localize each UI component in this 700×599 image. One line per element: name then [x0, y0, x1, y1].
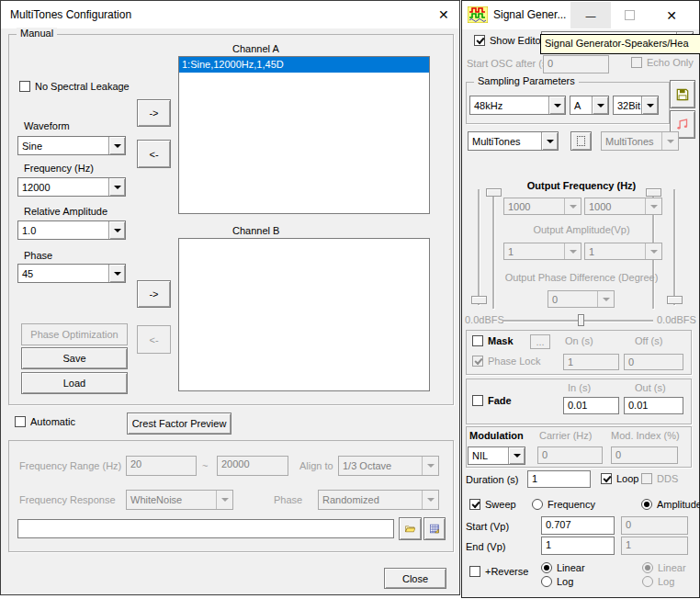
add-to-channel-b-button[interactable]: ->	[137, 280, 171, 308]
start-osc-field[interactable]: 0	[543, 55, 609, 73]
sweep-amplitude-radio[interactable]: Amplitude	[641, 499, 700, 510]
close-icon: ✕	[666, 8, 677, 23]
add-to-channel-a-button[interactable]: ->	[137, 99, 171, 127]
output-phase-difference-select[interactable]: 0	[548, 290, 615, 308]
fade-in-field[interactable]: 0.01	[563, 397, 619, 414]
mask-browse-button[interactable]: ...	[530, 334, 550, 349]
dropdown-arrow-icon[interactable]	[108, 265, 125, 282]
fade-out-field[interactable]: 0.01	[624, 397, 683, 414]
mod-index-field[interactable]: 0	[611, 446, 678, 464]
sweep-end-b-field[interactable]: 1	[621, 537, 688, 555]
log-a-radio[interactable]: Log	[541, 576, 573, 587]
dropdown-arrow-icon[interactable]	[508, 447, 525, 464]
wave-config-button[interactable]	[570, 131, 592, 151]
close-button[interactable]: Close	[384, 568, 446, 589]
channel-a-list[interactable]: 1:Sine,12000Hz,1,45D	[178, 56, 430, 214]
sweep-start-a-field[interactable]: 0.707	[541, 516, 615, 535]
output-amplitude-b-select[interactable]: 1	[584, 243, 662, 260]
tooltip: Signal Generator-Speakers/Hea	[540, 34, 700, 54]
save-button[interactable]: Save	[21, 347, 128, 369]
mask-checkbox[interactable]: Mask	[472, 335, 514, 346]
mask-off-field[interactable]: 0	[624, 354, 683, 370]
wave-type-b-select[interactable]: MultiTones	[601, 131, 679, 151]
slider-track[interactable]	[673, 189, 675, 305]
linear-a-radio[interactable]: Linear	[541, 562, 585, 573]
phase-lock-checkbox[interactable]: Phase Lock	[472, 356, 540, 367]
carrier-field[interactable]: 0	[537, 446, 603, 464]
waveform-select[interactable]: Sine	[17, 136, 126, 155]
echo-only-checkbox[interactable]: Echo Only	[631, 57, 694, 68]
auto-phase-select[interactable]: Randomized	[318, 490, 439, 510]
no-spectral-leakage-label: No Spectral Leakage	[35, 81, 130, 92]
no-spectral-leakage-checkbox[interactable]: No Spectral Leakage	[19, 81, 130, 92]
fade-checkbox[interactable]: Fade	[472, 395, 512, 406]
slider-thumb[interactable]	[471, 296, 487, 304]
automatic-checkbox[interactable]: Automatic	[15, 416, 75, 427]
loop-checkbox[interactable]: Loop	[601, 473, 638, 484]
load-button[interactable]: Load	[21, 372, 128, 394]
slider-thumb[interactable]	[646, 188, 661, 197]
mask-label: Mask	[488, 335, 514, 346]
maximize-button[interactable]	[611, 2, 648, 28]
dropdown-arrow-icon	[564, 243, 581, 259]
mask-on-field[interactable]: 1	[563, 354, 619, 370]
dds-checkbox[interactable]: DDS	[641, 473, 678, 484]
slider-track[interactable]	[478, 189, 480, 305]
phase-select[interactable]: 45	[17, 264, 126, 283]
remove-from-channel-a-button[interactable]: <-	[137, 140, 171, 168]
auto-phase-value: Randomized	[319, 494, 422, 505]
phase-optimization-button[interactable]: Phase Optimization	[21, 323, 128, 345]
show-editor-checkbox[interactable]: Show Editor	[474, 35, 544, 46]
minimize-button[interactable]: —	[570, 2, 611, 28]
channel-select[interactable]: A	[570, 96, 609, 115]
slider-thumb[interactable]	[578, 314, 584, 326]
reverse-checkbox[interactable]: +Reverse	[469, 566, 528, 577]
dropdown-arrow-icon[interactable]	[108, 137, 125, 154]
frequency-select[interactable]: 12000	[17, 177, 126, 197]
channel-b-list[interactable]	[178, 238, 430, 391]
sweep-frequency-radio[interactable]: Frequency	[532, 499, 595, 510]
dropdown-arrow-icon[interactable]	[592, 96, 608, 114]
slider-thumb[interactable]	[667, 296, 683, 304]
open-file-button[interactable]	[399, 517, 422, 540]
frequency-range-from-field[interactable]: 20	[126, 456, 197, 476]
edit-table-button[interactable]	[423, 517, 446, 540]
remove-from-channel-b-button[interactable]: <-	[137, 325, 171, 354]
output-frequency-b-select[interactable]: 1000	[584, 198, 662, 215]
linear-b-radio[interactable]: Linear	[642, 562, 686, 573]
dropdown-arrow-icon[interactable]	[641, 96, 658, 114]
duration-field[interactable]: 1	[527, 470, 591, 488]
close-button-window[interactable]: ✕	[648, 2, 695, 28]
multitones-titlebar[interactable]: MultiTones Configuration ✕	[1, 1, 459, 28]
output-amplitude-b-value: 1	[585, 246, 645, 257]
log-a-label: Log	[557, 576, 573, 587]
crest-factor-preview-button[interactable]: Crest Factor Preview	[127, 413, 231, 435]
frequency-response-select[interactable]: WhiteNoise	[126, 490, 233, 510]
dropdown-arrow-icon[interactable]	[108, 178, 125, 196]
output-frequency-a-select[interactable]: 1000	[503, 198, 581, 215]
save-signal-button[interactable]	[670, 80, 695, 108]
file-path-field[interactable]	[17, 519, 394, 538]
sweep-end-a-field[interactable]: 1	[541, 537, 615, 555]
frequency-value: 12000	[18, 182, 108, 193]
wave-type-select[interactable]: MultiTones	[468, 131, 559, 151]
dropdown-arrow-icon[interactable]	[541, 132, 558, 150]
slider-track[interactable]	[492, 189, 494, 309]
output-amplitude-a-select[interactable]: 1	[503, 243, 581, 260]
sweep-start-b-field[interactable]: 0	[621, 516, 688, 535]
bit-depth-select[interactable]: 32Bit	[613, 96, 659, 115]
frequency-range-to-field[interactable]: 20000	[217, 456, 288, 476]
log-b-radio[interactable]: Log	[642, 576, 674, 587]
modulation-type-select[interactable]: NIL	[468, 446, 525, 465]
channel-a-list-item[interactable]: 1:Sine,12000Hz,1,45D	[179, 57, 429, 73]
relative-amplitude-select[interactable]: 1.0	[17, 220, 126, 240]
dropdown-arrow-icon[interactable]	[548, 96, 565, 114]
sweep-checkbox[interactable]: Sweep	[469, 499, 516, 510]
align-to-select[interactable]: 1/3 Octave	[338, 456, 439, 476]
screen: MultiTones Configuration ✕ Manual Channe…	[0, 0, 700, 599]
signal-generator-titlebar[interactable]: Signal Gener... — ✕	[462, 1, 699, 29]
close-icon[interactable]: ✕	[438, 7, 449, 22]
dropdown-arrow-icon[interactable]	[108, 221, 125, 239]
sample-rate-select[interactable]: 48kHz	[469, 96, 566, 115]
slider-thumb[interactable]	[486, 188, 502, 197]
